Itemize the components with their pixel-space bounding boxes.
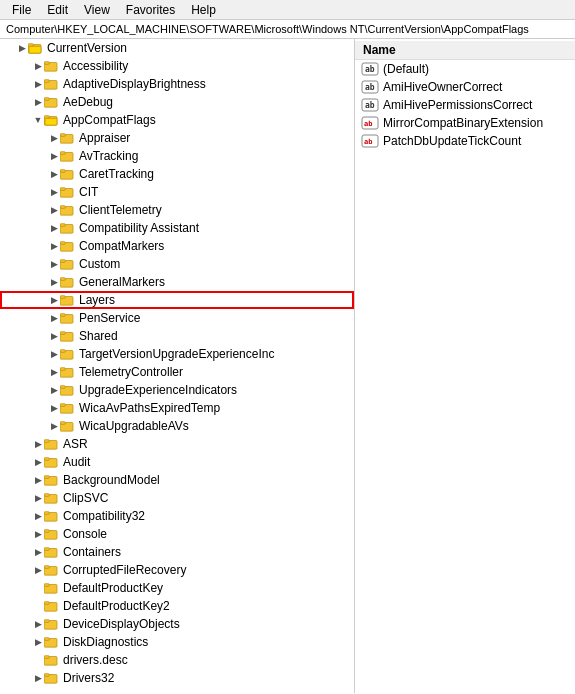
tree-arrow[interactable]: ▶ bbox=[32, 493, 44, 503]
detail-row-mirrorcompatbinaryextension[interactable]: ab MirrorCompatBinaryExtension bbox=[355, 114, 575, 132]
tree-arrow[interactable]: ▶ bbox=[48, 313, 60, 323]
tree-arrow[interactable]: ▶ bbox=[32, 547, 44, 557]
tree-item-accessibility[interactable]: ▶ Accessibility bbox=[0, 57, 354, 75]
tree-item-diskdiagnostics[interactable]: ▶ DiskDiagnostics bbox=[0, 633, 354, 651]
tree-item-drivers32[interactable]: ▶ Drivers32 bbox=[0, 669, 354, 687]
tree-item-layers[interactable]: ▶ Layers bbox=[0, 291, 354, 309]
detail-row-amihivepermissionscorrect[interactable]: ab AmiHivePermissionsCorrect bbox=[355, 96, 575, 114]
tree-item-telemetrycontroller[interactable]: ▶ TelemetryController bbox=[0, 363, 354, 381]
tree-item-clipsvc[interactable]: ▶ ClipSVC bbox=[0, 489, 354, 507]
tree-arrow[interactable]: ▶ bbox=[48, 349, 60, 359]
tree-item-avtracking[interactable]: ▶ AvTracking bbox=[0, 147, 354, 165]
tree-item-compatmarkers[interactable]: ▶ CompatMarkers bbox=[0, 237, 354, 255]
tree-arrow[interactable]: ▶ bbox=[48, 277, 60, 287]
tree-arrow[interactable]: ▶ bbox=[32, 79, 44, 89]
svg-rect-73 bbox=[44, 674, 49, 677]
tree-item-driversdesc[interactable]: drivers.desc bbox=[0, 651, 354, 669]
tree-item-label: DefaultProductKey2 bbox=[63, 599, 170, 613]
tree-arrow[interactable]: ▶ bbox=[48, 169, 60, 179]
tree-item-appcompatflags[interactable]: ▼ AppCompatFlags bbox=[0, 111, 354, 129]
svg-rect-55 bbox=[44, 512, 49, 515]
tree-item-label: ClipSVC bbox=[63, 491, 108, 505]
menu-edit[interactable]: Edit bbox=[39, 1, 76, 19]
tree-arrow[interactable]: ▶ bbox=[32, 565, 44, 575]
tree-arrow[interactable]: ▶ bbox=[32, 673, 44, 683]
tree-item-backgroundmodel[interactable]: ▶ BackgroundModel bbox=[0, 471, 354, 489]
tree-item-asr[interactable]: ▶ ASR bbox=[0, 435, 354, 453]
detail-item-label: (Default) bbox=[383, 62, 429, 76]
tree-arrow[interactable]: ▶ bbox=[32, 511, 44, 521]
svg-text:ab: ab bbox=[364, 138, 372, 146]
tree-arrow[interactable]: ▶ bbox=[32, 637, 44, 647]
tree-arrow[interactable]: ▶ bbox=[32, 439, 44, 449]
tree-arrow[interactable]: ▶ bbox=[32, 97, 44, 107]
tree-item-devicedisplayobjects[interactable]: ▶ DeviceDisplayObjects bbox=[0, 615, 354, 633]
svg-rect-6 bbox=[44, 80, 49, 83]
tree-item-penservice[interactable]: ▶ PenService bbox=[0, 309, 354, 327]
tree-item-aedebug[interactable]: ▶ AeDebug bbox=[0, 93, 354, 111]
tree-item-generalmarkers[interactable]: ▶ GeneralMarkers bbox=[0, 273, 354, 291]
tree-item-cit[interactable]: ▶ CIT bbox=[0, 183, 354, 201]
tree-item-currentversion[interactable]: ▶ CurrentVersion bbox=[0, 39, 354, 57]
tree-arrow[interactable]: ▶ bbox=[48, 205, 60, 215]
tree-arrow[interactable]: ▶ bbox=[32, 61, 44, 71]
tree-item-upgradeexperienceindicators[interactable]: ▶ UpgradeExperienceIndicators bbox=[0, 381, 354, 399]
tree-item-label: BackgroundModel bbox=[63, 473, 160, 487]
svg-rect-35 bbox=[60, 332, 65, 335]
tree-item-label: drivers.desc bbox=[63, 653, 128, 667]
tree-item-carettracking[interactable]: ▶ CaretTracking bbox=[0, 165, 354, 183]
tree-arrow[interactable]: ▼ bbox=[32, 115, 44, 125]
detail-row-patchdbupdatetickcount[interactable]: ab PatchDbUpdateTickCount bbox=[355, 132, 575, 150]
tree-arrow[interactable]: ▶ bbox=[48, 385, 60, 395]
tree-item-adaptivedisplaybrightness[interactable]: ▶ AdaptiveDisplayBrightness bbox=[0, 75, 354, 93]
tree-arrow[interactable]: ▶ bbox=[32, 475, 44, 485]
tree-item-label: Custom bbox=[79, 257, 120, 271]
tree-item-compatibility32[interactable]: ▶ Compatibility32 bbox=[0, 507, 354, 525]
menu-favorites[interactable]: Favorites bbox=[118, 1, 183, 19]
svg-rect-13 bbox=[60, 134, 65, 137]
menu-file[interactable]: File bbox=[4, 1, 39, 19]
tree-arrow[interactable]: ▶ bbox=[48, 295, 60, 305]
tree-arrow[interactable]: ▶ bbox=[48, 223, 60, 233]
tree-item-label: CorruptedFileRecovery bbox=[63, 563, 186, 577]
tree-item-wicaavpaths[interactable]: ▶ WicaAvPathsExpiredTemp bbox=[0, 399, 354, 417]
tree-arrow[interactable]: ▶ bbox=[48, 403, 60, 413]
tree-item-defaultproductkey[interactable]: DefaultProductKey bbox=[0, 579, 354, 597]
svg-rect-33 bbox=[60, 314, 65, 317]
tree-item-label: Accessibility bbox=[63, 59, 128, 73]
tree-arrow[interactable]: ▶ bbox=[48, 367, 60, 377]
tree-arrow[interactable]: ▶ bbox=[48, 133, 60, 143]
tree-arrow[interactable]: ▶ bbox=[32, 457, 44, 467]
tree-pane[interactable]: ▶ CurrentVersion▶ Accessibility▶ Adaptiv… bbox=[0, 39, 355, 693]
tree-item-appraiser[interactable]: ▶ Appraiser bbox=[0, 129, 354, 147]
tree-arrow[interactable]: ▶ bbox=[48, 151, 60, 161]
tree-arrow[interactable]: ▶ bbox=[48, 331, 60, 341]
folder-icon bbox=[60, 312, 76, 324]
tree-arrow[interactable]: ▶ bbox=[48, 187, 60, 197]
tree-item-defaultproductkey2[interactable]: DefaultProductKey2 bbox=[0, 597, 354, 615]
tree-item-clienttelemetry[interactable]: ▶ ClientTelemetry bbox=[0, 201, 354, 219]
menu-help[interactable]: Help bbox=[183, 1, 224, 19]
tree-arrow[interactable]: ▶ bbox=[48, 241, 60, 251]
tree-item-wicaupgradable[interactable]: ▶ WicaUpgradableAVs bbox=[0, 417, 354, 435]
tree-item-audit[interactable]: ▶ Audit bbox=[0, 453, 354, 471]
detail-row-default[interactable]: ab (Default) bbox=[355, 60, 575, 78]
tree-item-label: DiskDiagnostics bbox=[63, 635, 148, 649]
tree-arrow[interactable]: ▶ bbox=[32, 529, 44, 539]
menu-view[interactable]: View bbox=[76, 1, 118, 19]
svg-rect-25 bbox=[60, 242, 65, 245]
tree-item-custom[interactable]: ▶ Custom bbox=[0, 255, 354, 273]
folder-icon bbox=[60, 168, 76, 180]
detail-row-amihiveownercorrect[interactable]: ab AmiHiveOwnerCorrect bbox=[355, 78, 575, 96]
tree-item-compatibilityassistant[interactable]: ▶ Compatibility Assistant bbox=[0, 219, 354, 237]
tree-item-label: CaretTracking bbox=[79, 167, 154, 181]
tree-item-console[interactable]: ▶ Console bbox=[0, 525, 354, 543]
tree-arrow[interactable]: ▶ bbox=[16, 43, 28, 53]
tree-arrow[interactable]: ▶ bbox=[48, 259, 60, 269]
tree-item-corruptedfilerecovery[interactable]: ▶ CorruptedFileRecovery bbox=[0, 561, 354, 579]
tree-item-shared[interactable]: ▶ Shared bbox=[0, 327, 354, 345]
tree-item-targetversionupgrade[interactable]: ▶ TargetVersionUpgradeExperienceInc bbox=[0, 345, 354, 363]
tree-item-containers[interactable]: ▶ Containers bbox=[0, 543, 354, 561]
tree-arrow[interactable]: ▶ bbox=[48, 421, 60, 431]
tree-arrow[interactable]: ▶ bbox=[32, 619, 44, 629]
